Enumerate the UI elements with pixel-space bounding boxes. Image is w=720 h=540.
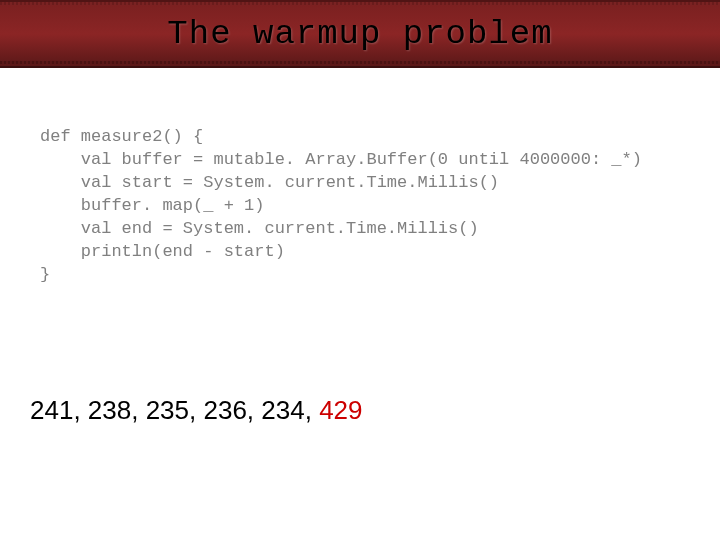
code-line-3: val start = System. current.Time.Millis(…	[40, 173, 499, 192]
code-line-2: val buffer = mutable. Array.Buffer(0 unt…	[40, 150, 642, 169]
slide-title: The warmup problem	[167, 15, 552, 53]
code-line-6: println(end - start)	[40, 242, 285, 261]
slide-header: The warmup problem	[0, 0, 720, 68]
code-line-1: def measure2() {	[40, 127, 203, 146]
code-line-4: buffer. map(_ + 1)	[40, 196, 264, 215]
code-line-5: val end = System. current.Time.Millis()	[40, 219, 479, 238]
results-line: 241, 238, 235, 236, 234, 429	[30, 395, 680, 426]
code-block: def measure2() { val buffer = mutable. A…	[40, 126, 680, 287]
code-line-7: }	[40, 265, 50, 284]
results-normal: 241, 238, 235, 236, 234,	[30, 395, 319, 425]
results-highlight: 429	[319, 395, 362, 425]
slide-content: def measure2() { val buffer = mutable. A…	[0, 68, 720, 446]
